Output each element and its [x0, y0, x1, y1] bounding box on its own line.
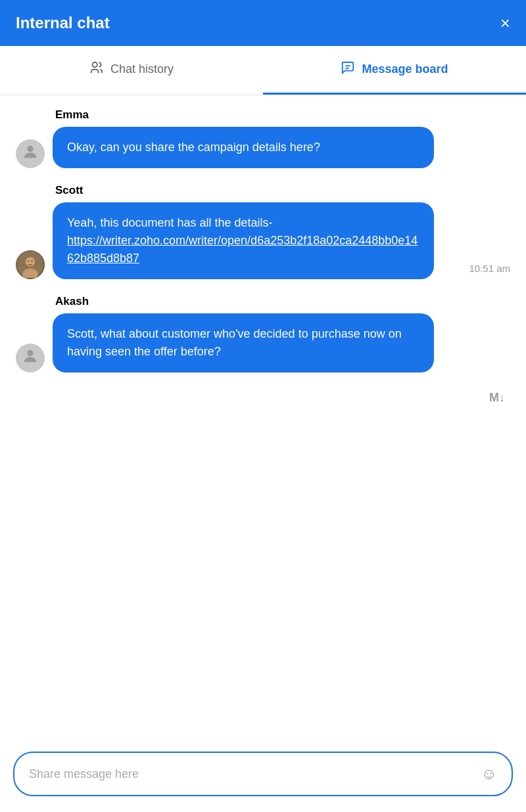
- svg-point-8: [28, 260, 29, 261]
- message-group-emma: Emma Okay, can you share the campaign de…: [16, 108, 510, 168]
- app-title: Internal chat: [16, 14, 110, 32]
- tab-chat-history-label: Chat history: [110, 62, 174, 76]
- svg-point-9: [32, 260, 33, 261]
- bubble-scott: Yeah, this document has all the details-…: [53, 202, 434, 279]
- message-row-akash: Scott, what about customer who've decide…: [16, 313, 510, 372]
- markdown-badge: M↓: [489, 391, 505, 405]
- emoji-button[interactable]: ☺: [481, 765, 497, 783]
- generic-avatar-icon-akash: [21, 347, 39, 369]
- close-button[interactable]: ×: [500, 14, 510, 32]
- tab-chat-history[interactable]: Chat history: [0, 46, 263, 95]
- bubble-emma: Okay, can you share the campaign details…: [53, 127, 434, 168]
- message-time-scott: 10:51 am: [469, 263, 510, 279]
- tabs-bar: Chat history Message board: [0, 46, 526, 95]
- header: Internal chat ×: [0, 0, 526, 46]
- message-row-scott: Yeah, this document has all the details-…: [16, 202, 510, 279]
- generic-avatar-icon: [21, 143, 39, 165]
- svg-point-3: [27, 146, 33, 152]
- tab-message-board[interactable]: Message board: [263, 46, 526, 95]
- message-link-scott[interactable]: https://writer.zoho.com/writer/open/d6a2…: [67, 234, 418, 265]
- input-area: ☺: [0, 741, 526, 812]
- scott-avatar-face: [16, 250, 45, 279]
- chat-container: Internal chat × Chat history: [0, 0, 526, 812]
- message-input[interactable]: [29, 767, 473, 781]
- chat-history-icon: [89, 60, 104, 78]
- bubble-akash: Scott, what about customer who've decide…: [53, 313, 434, 372]
- sender-name-scott: Scott: [16, 184, 510, 197]
- message-board-icon: [341, 60, 355, 78]
- messages-area: Emma Okay, can you share the campaign de…: [0, 95, 526, 741]
- input-box: ☺: [13, 752, 513, 796]
- markdown-indicator: M↓: [16, 391, 510, 405]
- avatar-emma: [16, 139, 45, 168]
- message-text-emma: Okay, can you share the campaign details…: [67, 141, 320, 154]
- message-group-akash: Akash Scott, what about customer who've …: [16, 295, 510, 372]
- sender-name-akash: Akash: [16, 295, 510, 308]
- message-row-emma: Okay, can you share the campaign details…: [16, 127, 510, 168]
- message-group-scott: Scott: [16, 184, 510, 279]
- svg-point-10: [27, 350, 33, 356]
- avatar-scott: [16, 250, 45, 279]
- svg-point-0: [93, 62, 97, 67]
- sender-name-emma: Emma: [16, 108, 510, 122]
- message-text-akash: Scott, what about customer who've decide…: [67, 327, 402, 358]
- avatar-akash: [16, 344, 45, 372]
- tab-message-board-label: Message board: [362, 62, 448, 76]
